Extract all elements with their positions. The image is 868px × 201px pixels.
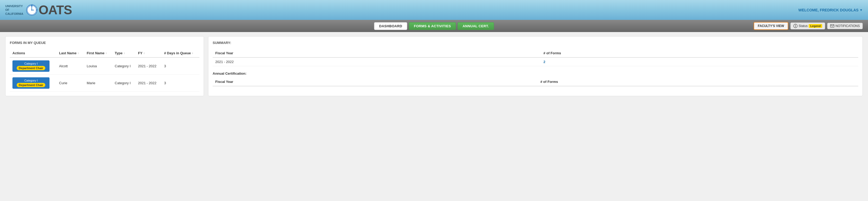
summary-table: Fiscal Year # of Forms 2021 - 2022 2 [213,49,858,66]
sort-fy-icon[interactable]: ↕ [144,52,145,54]
col-days: # Days in Queue ↕ [161,49,199,57]
col-first-name: First Name ↕ [84,49,112,57]
summary-count: 2 [541,57,858,66]
welcome-dropdown-icon: ▼ [860,8,863,12]
faculty-view-button[interactable]: FACULTY'S VIEW [754,22,788,30]
envelope-icon [830,24,834,28]
annual-header-row: Fiscal Year # of Forms [213,78,858,86]
summary-col-count: # of Forms [541,49,858,57]
uc-text: UNIVERSITY OF CALIFORNIA [5,4,23,16]
nav-center: DASHBOARD FORMS & ACTIVITIES ANNUAL CERT… [374,22,494,30]
col-last-name: Last Name ↕ [56,49,84,57]
annual-col-forms: # of Forms [538,78,858,86]
summary-col-fy: Fiscal Year [213,49,541,57]
action-category-label: Category I [24,79,38,82]
action-button-0[interactable]: Category I Department Chair [12,60,50,72]
cell-last-name: Alcott [56,57,84,75]
queue-panel-title: FORMS IN MY QUEUE [10,41,199,45]
sort-days-icon[interactable]: ↕ [192,52,193,54]
table-row: Category I Department Chair Curie Marie … [10,75,199,92]
annual-cert-label: Annual Certification: [213,71,858,76]
cell-last-name: Curie [56,75,84,92]
table-row: Category I Department Chair Alcott Louis… [10,57,199,75]
svg-point-4 [31,9,32,10]
forms-queue-panel: FORMS IN MY QUEUE Actions Last Name ↕ [5,36,204,96]
main-content: FORMS IN MY QUEUE Actions Last Name ↕ [0,32,868,100]
cell-fy: 2021 - 2022 [135,75,161,92]
sort-first-name-icon[interactable]: ↕ [106,52,107,54]
svg-rect-8 [795,26,796,27]
annual-cert-table: Fiscal Year # of Forms [213,78,858,86]
cell-type: Category I [112,57,135,75]
annual-cert-button[interactable]: ANNUAL CERT. [458,22,494,30]
cell-fy: 2021 - 2022 [135,57,161,75]
summary-row: 2021 - 2022 2 [213,57,858,66]
col-actions: Actions [10,49,56,57]
welcome-user[interactable]: WELCOME, FREDRICK DOUGLAS ▼ [798,8,863,12]
annual-col-fy: Fiscal Year [213,78,538,86]
summary-fy: 2021 - 2022 [213,57,541,66]
navbar: DASHBOARD FORMS & ACTIVITIES ANNUAL CERT… [0,20,868,32]
action-category-label: Category I [24,62,38,65]
welcome-label: WELCOME, FREDRICK DOUGLAS [798,8,859,12]
svg-point-7 [795,25,796,26]
clock-icon [26,4,38,16]
header: UNIVERSITY OF CALIFORNIA OATS WELCOME, F… [0,0,868,20]
status-label: Status [799,24,808,28]
col-fy: FY ↕ [135,49,161,57]
cell-days: 3 [161,75,199,92]
queue-table: Actions Last Name ↕ First Name ↕ [10,49,199,92]
legend-badge: Legend [809,24,822,28]
oats-text-label: OATS [39,4,72,17]
cell-first-name: Louisa [84,57,112,75]
sort-last-name-icon[interactable]: ↕ [78,52,79,54]
dept-chair-badge: Department Chair [17,66,45,70]
dept-chair-badge: Department Chair [17,83,45,87]
summary-panel: SUMMARY: Fiscal Year # of Forms 2021 - 2… [208,36,863,96]
form-count-link[interactable]: 2 [544,60,545,64]
cell-days: 3 [161,57,199,75]
sort-type-icon[interactable]: ↕ [124,52,125,54]
action-button-1[interactable]: Category I Department Chair [12,77,50,89]
notifications-label: NOTIFICATIONS [835,24,860,28]
summary-header-row: Fiscal Year # of Forms [213,49,858,57]
nav-right: FACULTY'S VIEW Status Legend NOTIFICATIO… [754,22,863,30]
cell-type: Category I [112,75,135,92]
table-header-row: Actions Last Name ↕ First Name ↕ [10,49,199,57]
status-legend-button[interactable]: Status Legend [790,23,825,29]
notifications-button[interactable]: NOTIFICATIONS [827,23,863,29]
col-type: Type ↕ [112,49,135,57]
summary-panel-title: SUMMARY: [213,41,858,45]
logo-area: UNIVERSITY OF CALIFORNIA OATS [5,4,72,17]
cell-first-name: Marie [84,75,112,92]
dashboard-button[interactable]: DASHBOARD [374,22,407,30]
oats-logo: OATS [26,4,72,17]
status-icon [793,24,798,28]
forms-activities-button[interactable]: FORMS & ACTIVITIES [409,22,456,30]
